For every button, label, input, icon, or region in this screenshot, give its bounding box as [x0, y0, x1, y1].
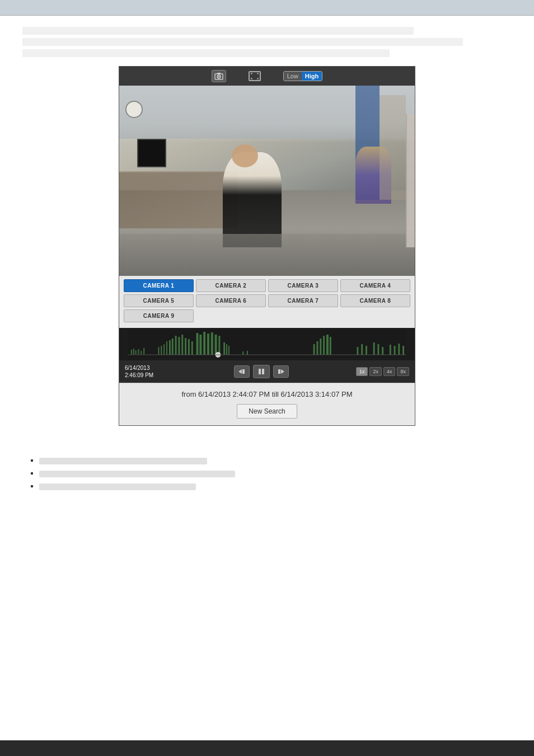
camera-button-8[interactable]: Camera 8 [340, 294, 410, 307]
svg-rect-33 [247, 351, 248, 355]
svg-rect-13 [166, 341, 167, 355]
video-player-wrapper: Low High [119, 66, 415, 426]
camera-row-3: Camera 9 [124, 309, 410, 322]
pause-button[interactable] [253, 365, 270, 378]
timeline-waveform [128, 330, 406, 358]
svg-rect-4 [131, 350, 132, 354]
main-content: Low High [0, 16, 534, 506]
camera-button-7[interactable]: Camera 7 [268, 294, 338, 307]
svg-rect-37 [323, 336, 325, 355]
svg-rect-29 [223, 342, 225, 355]
svg-rect-48 [398, 344, 400, 355]
text-block-3 [22, 49, 390, 57]
timeline-container[interactable] [119, 328, 415, 360]
timestamp-date: 6/14/2013 [125, 364, 167, 372]
svg-rect-15 [172, 339, 174, 355]
svg-rect-18 [181, 335, 183, 355]
svg-rect-38 [326, 335, 329, 355]
new-search-button[interactable]: New Search [237, 404, 297, 419]
playback-controls: 6/14/2013 2:46:09 PM [119, 360, 415, 383]
svg-rect-6 [135, 350, 137, 354]
fastforward-button[interactable] [273, 365, 289, 378]
scene-desk [119, 171, 237, 228]
quality-high-option[interactable]: High [302, 72, 322, 81]
scene-partition [406, 114, 415, 247]
top-header-bar [0, 0, 534, 16]
svg-rect-40 [357, 347, 358, 355]
svg-marker-52 [238, 369, 242, 374]
svg-rect-39 [330, 337, 331, 355]
svg-rect-45 [382, 347, 383, 355]
svg-rect-27 [215, 335, 217, 355]
camera-button-4[interactable]: Camera 4 [340, 279, 410, 292]
svg-rect-31 [228, 346, 229, 355]
text-block-1 [22, 27, 414, 35]
svg-rect-10 [158, 347, 159, 355]
speed-1x-button[interactable]: 1x [356, 367, 368, 376]
svg-rect-8 [140, 351, 142, 354]
speed-4x-button[interactable]: 4x [383, 367, 396, 376]
svg-rect-36 [320, 339, 321, 355]
svg-rect-7 [138, 349, 139, 354]
scene-clock [125, 101, 143, 118]
video-area [119, 86, 415, 276]
bullet-item-3 [39, 482, 506, 490]
camera-row-1: Camera 1 Camera 2 Camera 3 Camera 4 [124, 279, 410, 292]
svg-rect-28 [218, 336, 220, 355]
bullet-section [22, 456, 512, 490]
svg-rect-49 [402, 346, 404, 355]
scene-monitor [137, 139, 167, 167]
speed-8x-button[interactable]: 8x [397, 367, 409, 376]
snapshot-button[interactable] [212, 70, 226, 82]
svg-rect-20 [188, 339, 190, 355]
svg-rect-46 [390, 345, 391, 355]
camera-button-9[interactable]: Camera 9 [124, 309, 194, 322]
svg-rect-55 [262, 369, 264, 374]
svg-rect-41 [361, 344, 363, 355]
scene-floor [119, 234, 415, 276]
svg-rect-9 [143, 348, 144, 354]
camera-grid: Camera 1 Camera 2 Camera 3 Camera 4 Came… [119, 276, 415, 328]
svg-rect-19 [185, 338, 186, 355]
svg-rect-17 [178, 337, 180, 355]
svg-rect-54 [259, 369, 261, 374]
search-result-bar: from 6/14/2013 2:44:07 PM till 6/14/2013… [119, 383, 415, 425]
bottom-bar [0, 740, 534, 756]
svg-rect-23 [199, 335, 202, 355]
svg-rect-26 [211, 332, 213, 355]
scene-person-head [232, 144, 259, 167]
quality-toggle[interactable]: Low High [283, 71, 323, 81]
svg-rect-25 [207, 334, 209, 355]
fullscreen-button[interactable] [249, 71, 261, 81]
svg-rect-30 [226, 344, 227, 355]
timestamp-time: 2:46:09 PM [125, 372, 167, 379]
player-toolbar: Low High [119, 67, 415, 86]
scene-shelf [380, 95, 406, 200]
camera-button-2[interactable]: Camera 2 [196, 279, 266, 292]
svg-point-3 [218, 76, 219, 78]
svg-rect-43 [373, 342, 375, 355]
bullet-list [28, 456, 506, 490]
camera-button-6[interactable]: Camera 6 [196, 294, 266, 307]
svg-rect-11 [161, 346, 162, 355]
rewind-button[interactable] [234, 365, 250, 378]
svg-rect-16 [175, 336, 177, 355]
camera-button-5[interactable]: Camera 5 [124, 294, 194, 307]
svg-rect-14 [169, 340, 171, 355]
camera-button-1[interactable]: Camera 1 [124, 279, 194, 292]
svg-rect-35 [317, 341, 318, 355]
svg-rect-24 [203, 332, 205, 355]
controls-center [172, 365, 350, 378]
svg-rect-53 [242, 369, 245, 374]
timeline-area[interactable] [128, 330, 406, 358]
video-scene [119, 86, 415, 276]
speed-2x-button[interactable]: 2x [369, 367, 382, 376]
svg-rect-5 [133, 349, 134, 354]
svg-rect-22 [196, 333, 199, 355]
bullet-item-2 [39, 469, 506, 477]
speed-controls: 1x 2x 4x 8x [356, 367, 409, 376]
quality-low-option[interactable]: Low [284, 72, 302, 81]
camera-button-3[interactable]: Camera 3 [268, 279, 338, 292]
bullet-item-1 [39, 456, 506, 464]
camera-row-2: Camera 5 Camera 6 Camera 7 Camera 8 [124, 294, 410, 307]
